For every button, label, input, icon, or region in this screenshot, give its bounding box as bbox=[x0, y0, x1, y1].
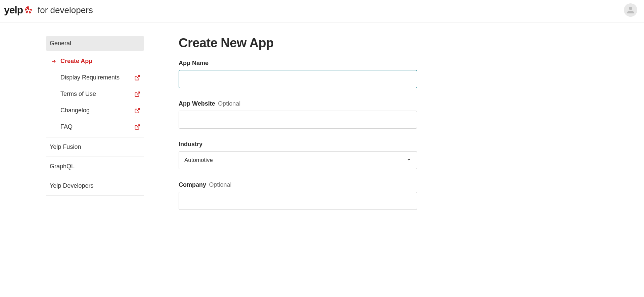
brand-suffix: for developers bbox=[38, 5, 93, 15]
sidebar: General Create App Display Requirements … bbox=[46, 36, 144, 222]
label-app-website: App Website bbox=[179, 100, 215, 107]
arrow-right-icon bbox=[51, 59, 56, 64]
page-container: General Create App Display Requirements … bbox=[0, 22, 524, 222]
sidebar-item-display-requirements[interactable]: Display Requirements bbox=[46, 69, 144, 86]
top-header: yelp for developers bbox=[0, 0, 644, 22]
svg-line-1 bbox=[137, 75, 140, 78]
label-company: Company bbox=[179, 181, 206, 188]
sidebar-item-label: Changelog bbox=[60, 107, 90, 114]
sidebar-item-label: FAQ bbox=[60, 123, 73, 130]
svg-line-2 bbox=[137, 92, 140, 95]
svg-line-4 bbox=[137, 125, 140, 127]
label-industry: Industry bbox=[179, 141, 202, 148]
external-link-icon bbox=[134, 124, 140, 130]
yelp-burst-icon bbox=[24, 6, 33, 14]
form-group-app-website: App Website Optional bbox=[179, 100, 417, 129]
label-optional: Optional bbox=[209, 181, 231, 188]
person-icon bbox=[627, 6, 635, 14]
external-link-icon bbox=[134, 75, 140, 81]
external-link-icon bbox=[134, 108, 140, 114]
main-content: Create New App App Name App Website Opti… bbox=[179, 36, 417, 222]
label-optional: Optional bbox=[218, 100, 240, 107]
sidebar-item-yelp-developers[interactable]: Yelp Developers bbox=[46, 176, 144, 196]
sidebar-item-graphql[interactable]: GraphQL bbox=[46, 157, 144, 176]
page-title: Create New App bbox=[179, 36, 417, 50]
user-avatar[interactable] bbox=[624, 3, 637, 17]
sidebar-section-general[interactable]: General bbox=[46, 36, 144, 51]
input-company[interactable] bbox=[179, 192, 417, 210]
sidebar-item-yelp-fusion[interactable]: Yelp Fusion bbox=[46, 137, 144, 157]
yelp-wordmark: yelp bbox=[4, 4, 23, 16]
external-link-icon bbox=[134, 91, 140, 97]
svg-line-3 bbox=[137, 108, 140, 111]
logo-area[interactable]: yelp for developers bbox=[4, 4, 93, 16]
select-industry[interactable]: Automotive bbox=[179, 151, 417, 169]
input-app-website[interactable] bbox=[179, 111, 417, 129]
form-group-app-name: App Name bbox=[179, 60, 417, 88]
sidebar-item-label: Display Requirements bbox=[60, 74, 120, 81]
sidebar-item-label: Create App bbox=[60, 58, 92, 65]
form-group-company: Company Optional bbox=[179, 181, 417, 210]
sidebar-group-general: Create App Display Requirements Terms of… bbox=[46, 51, 144, 137]
sidebar-item-create-app[interactable]: Create App bbox=[46, 53, 144, 69]
select-industry-value: Automotive bbox=[184, 157, 213, 164]
sidebar-item-terms-of-use[interactable]: Terms of Use bbox=[46, 86, 144, 102]
sidebar-item-faq[interactable]: FAQ bbox=[46, 119, 144, 135]
form-group-industry: Industry Automotive bbox=[179, 141, 417, 169]
label-app-name: App Name bbox=[179, 60, 209, 67]
sidebar-item-label: Terms of Use bbox=[60, 91, 96, 98]
input-app-name[interactable] bbox=[179, 70, 417, 88]
sidebar-item-changelog[interactable]: Changelog bbox=[46, 102, 144, 119]
chevron-down-icon bbox=[407, 157, 411, 164]
